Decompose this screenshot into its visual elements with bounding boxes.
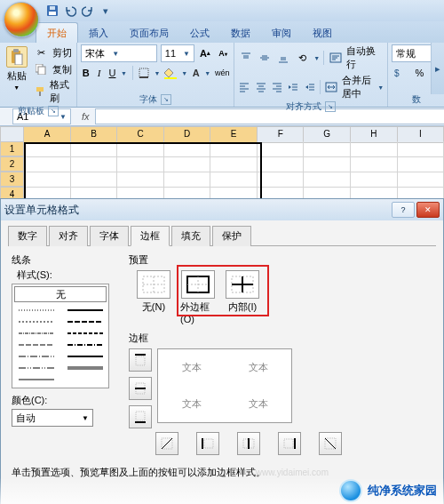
tab-review[interactable]: 审阅 (261, 23, 302, 43)
preset-none-button[interactable]: 无(N) (136, 270, 171, 314)
line-style-option[interactable] (63, 340, 107, 349)
wrap-text-icon (328, 50, 343, 66)
tab-insert[interactable]: 插入 (78, 23, 119, 43)
copy-button[interactable]: 复制 (33, 61, 73, 77)
align-left-icon[interactable] (238, 79, 250, 95)
dialog-tabs: 数字 对齐 字体 边框 填充 保护 (8, 226, 436, 246)
line-style-option[interactable] (63, 328, 107, 338)
font-name-select[interactable]: 宋体▼ (81, 44, 157, 62)
line-style-option[interactable] (14, 363, 58, 372)
align-bottom-icon[interactable] (276, 50, 291, 66)
tab-view[interactable]: 视图 (302, 23, 343, 43)
increase-indent-icon[interactable] (303, 79, 315, 95)
chevron-down-icon[interactable]: ▼ (204, 70, 210, 76)
preset-inside-button[interactable]: 内部(I) (225, 270, 260, 314)
border-vertical-button[interactable] (237, 432, 260, 455)
merge-center-button[interactable]: 合并后居中▼ (324, 74, 385, 100)
row-header[interactable]: 2 (0, 156, 24, 172)
align-launcher[interactable]: ↘ (325, 101, 336, 112)
underline-button[interactable]: U (107, 65, 117, 81)
style-none-option[interactable]: 无 (14, 286, 107, 302)
qat-customize-icon[interactable]: ▾ (99, 4, 112, 17)
chevron-down-icon[interactable]: ▼ (121, 70, 127, 76)
redo-icon[interactable] (82, 4, 94, 17)
line-style-option[interactable] (14, 316, 58, 326)
fx-icon[interactable]: fx (82, 111, 90, 122)
line-style-option[interactable] (14, 340, 58, 349)
font-size-select[interactable]: 11▼ (161, 44, 194, 62)
border-diag-up-button[interactable] (155, 432, 178, 455)
border-preview[interactable]: 文本 文本 文本 文本 (157, 348, 292, 423)
group-font: 宋体▼ 11▼ A▴ A▾ B I U▼ ▼ ▼ A▼ wén 字体↘ (77, 43, 234, 107)
border-button[interactable] (138, 65, 150, 81)
paste-button[interactable]: 粘贴 ▼ (4, 44, 29, 105)
row-header[interactable]: 3 (0, 172, 24, 187)
group-font-caption: 字体 (139, 93, 157, 106)
office-button[interactable] (4, 2, 39, 37)
scissors-icon: ✂ (33, 44, 49, 60)
dialog-titlebar[interactable]: 设置单元格格式 ? ✕ (1, 199, 443, 220)
fill-color-button[interactable] (163, 65, 178, 81)
border-right-button[interactable] (278, 432, 301, 455)
align-right-icon[interactable] (271, 79, 283, 95)
dlg-tab-border[interactable]: 边框 (131, 226, 170, 246)
save-icon[interactable] (46, 4, 59, 17)
color-dropdown[interactable]: 自动 ▼ (12, 409, 93, 427)
row-header[interactable]: 1 (0, 141, 24, 156)
border-top-button[interactable] (129, 348, 152, 372)
tab-formulas[interactable]: 公式 (179, 23, 220, 43)
cut-button[interactable]: ✂剪切 (33, 44, 73, 60)
border-bottom-button[interactable] (129, 405, 152, 428)
chevron-down-icon[interactable]: ▼ (313, 55, 320, 61)
border-left-button[interactable] (196, 432, 219, 455)
wrap-text-button[interactable]: 自动换行 (328, 44, 384, 71)
align-top-icon[interactable] (238, 50, 253, 66)
phonetic-guide-icon[interactable]: wén (214, 65, 230, 81)
tab-data[interactable]: 数据 (220, 23, 261, 43)
line-style-option[interactable] (14, 305, 58, 315)
border-diag-down-button[interactable] (319, 432, 342, 455)
chevron-down-icon[interactable]: ▼ (154, 70, 160, 76)
dlg-tab-protection[interactable]: 保护 (212, 226, 251, 246)
color-value: 自动 (16, 412, 36, 425)
tab-home[interactable]: 开始 (36, 22, 78, 43)
border-horizontal-button[interactable] (129, 377, 152, 400)
preset-outline-label: 外边框(O) (180, 300, 216, 324)
line-style-option[interactable] (63, 316, 107, 326)
font-color-button[interactable]: A (191, 65, 201, 81)
ribbon-scroll-right[interactable]: ▸ (431, 43, 444, 94)
line-style-option[interactable] (14, 351, 58, 361)
line-style-option[interactable] (14, 328, 58, 338)
dlg-tab-fill[interactable]: 填充 (171, 226, 210, 246)
svg-rect-5 (15, 54, 22, 65)
accounting-format-icon[interactable]: $ (392, 65, 408, 81)
bold-button[interactable]: B (81, 65, 91, 81)
line-style-option[interactable] (63, 305, 107, 315)
dlg-tab-font[interactable]: 字体 (90, 226, 129, 246)
align-middle-icon[interactable] (257, 50, 272, 66)
line-style-list[interactable]: 无 (12, 284, 109, 388)
grow-font-icon[interactable]: A▴ (198, 45, 212, 61)
shrink-font-icon[interactable]: A▾ (216, 45, 230, 61)
italic-button[interactable]: I (94, 65, 104, 81)
tab-page-layout[interactable]: 页面布局 (119, 23, 179, 43)
clipboard-launcher[interactable]: ↘ (48, 106, 59, 116)
line-style-option[interactable] (14, 374, 58, 384)
dlg-tab-alignment[interactable]: 对齐 (49, 226, 88, 246)
cut-label: 剪切 (52, 46, 72, 60)
copy-label: 复制 (52, 63, 72, 76)
line-style-option[interactable] (63, 363, 107, 372)
orientation-icon[interactable]: ⟲ (295, 50, 310, 66)
line-style-option[interactable] (63, 351, 107, 361)
close-button[interactable]: ✕ (416, 202, 440, 218)
decrease-indent-icon[interactable] (287, 79, 299, 95)
format-painter-button[interactable]: 格式刷 (33, 78, 73, 105)
undo-icon[interactable] (64, 4, 76, 17)
align-center-icon[interactable] (254, 79, 266, 95)
dlg-tab-number[interactable]: 数字 (8, 226, 47, 246)
percent-icon[interactable]: % (411, 65, 427, 81)
font-launcher[interactable]: ↘ (161, 94, 171, 105)
help-button[interactable]: ? (392, 202, 415, 218)
chevron-down-icon[interactable]: ▼ (181, 70, 187, 76)
preset-outline-button[interactable]: 外边框(O) (180, 270, 216, 324)
